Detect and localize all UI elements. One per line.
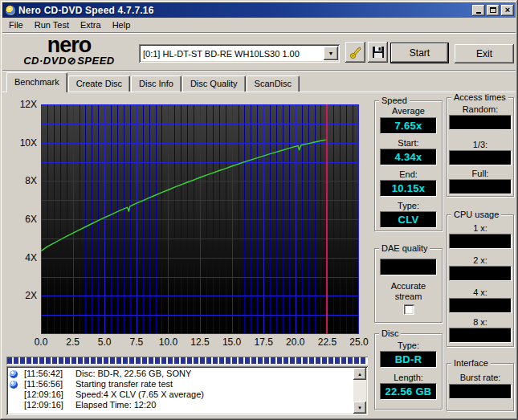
nero-logo: nero CD·DVD⊘SPEED: [9, 35, 129, 66]
log-time: [11:56:56]: [24, 379, 72, 389]
log-text: Disc: BD-R, 22.56 GB, SONY: [75, 369, 366, 379]
title-bar: Nero CD-DVD Speed 4.7.7.16 ×: [2, 2, 516, 18]
access-random-label: Random:: [447, 104, 513, 114]
log-row: [12:09:16] Elapsed Time: 12:20: [10, 400, 366, 410]
speed-end-label: End:: [375, 169, 442, 179]
speed-panel-title: Speed: [379, 96, 410, 105]
log-text: Elapsed Time: 12:20: [75, 400, 366, 410]
close-button[interactable]: ×: [501, 5, 514, 16]
scroll-down-icon: ▼: [357, 406, 362, 410]
x-axis-tick-label: 2.5: [59, 336, 87, 348]
maximize-button[interactable]: [487, 5, 500, 16]
burst-rate-display: [449, 384, 512, 399]
toolbar: nero CD·DVD⊘SPEED [0:1] HL-DT-ST BD-RE W…: [2, 34, 516, 70]
x-axis-tick-label: 22.5: [313, 336, 341, 348]
nero-logo-text: nero: [9, 35, 129, 55]
app-window: Nero CD-DVD Speed 4.7.7.16 × File Run Te…: [0, 0, 518, 420]
minimize-icon: [476, 12, 481, 14]
menu-extra[interactable]: Extra: [75, 18, 107, 31]
x-axis-tick-label: 20.0: [282, 336, 309, 348]
access-full-label: Full:: [447, 169, 513, 178]
drive-select[interactable]: [0:1] HL-DT-ST BD-RE WH10LS30 1.00 ▼: [139, 44, 340, 63]
log-time: [12:09:16]: [24, 389, 72, 400]
tab-disc-quality[interactable]: Disc Quality: [182, 75, 246, 92]
accurate-stream-checkbox[interactable]: [403, 304, 414, 315]
x-axis-tick-label: 7.5: [123, 336, 150, 348]
menu-file[interactable]: File: [3, 18, 29, 31]
dae-quality-panel-title: DAE quality: [379, 243, 430, 253]
log-text: Starting transfer rate test: [75, 379, 366, 389]
dae-quality-display: [380, 259, 437, 275]
tab-benchmark[interactable]: Benchmark: [6, 72, 67, 92]
scroll-up-icon: ▲: [357, 372, 362, 377]
log-time: [12:09:16]: [24, 400, 72, 410]
progress-fill: [7, 357, 367, 364]
tab-scandisc[interactable]: ScanDisc: [247, 75, 300, 92]
y-axis-tick-label: 8X: [13, 175, 37, 186]
y-axis-tick-label: 2X: [13, 290, 37, 301]
log-row: [11:56:56] Starting transfer rate test: [10, 379, 366, 389]
access-third-display: [449, 150, 512, 165]
menu-help[interactable]: Help: [107, 18, 137, 31]
y-axis-tick-label: 6X: [13, 214, 37, 225]
log-scrollbar[interactable]: ▲ ▼: [353, 368, 366, 414]
disc-panel-title: Disc: [379, 328, 401, 338]
options-button[interactable]: [345, 42, 365, 63]
logo-disc-icon: ⊘: [67, 55, 77, 67]
y-axis-tick-label: 10X: [13, 137, 37, 149]
close-icon: ×: [505, 6, 510, 14]
speed-start-display: 4.34x: [380, 149, 437, 165]
x-axis-tick-label: 12.5: [186, 336, 214, 348]
drive-select-value: [0:1] HL-DT-ST BD-RE WH10LS30 1.00: [139, 49, 324, 59]
minimize-button[interactable]: [472, 5, 485, 16]
logo-cddvd: CD·DVD: [23, 55, 67, 67]
disc-length-label: Length:: [375, 373, 442, 382]
cpu-usage-panel: CPU usage 1 x: 2 x: 4 x: 8 x:: [447, 214, 514, 347]
log-text: Speed:4 X CLV (7.65 X average): [75, 389, 366, 400]
speed-average-label: Average: [375, 106, 442, 116]
exit-button[interactable]: Exit: [455, 44, 514, 63]
scroll-down-button[interactable]: ▼: [353, 402, 366, 414]
tab-disc-info[interactable]: Disc Info: [131, 75, 182, 92]
speed-end-display: 10.15x: [380, 180, 437, 197]
x-axis-tick-label: 15.0: [218, 336, 246, 348]
disc-panel: Disc Type: BD-R Length: 22.56 GB: [374, 333, 443, 410]
speed-type-display: CLV: [380, 211, 437, 228]
x-axis-tick-label: 10.0: [154, 336, 182, 348]
save-button[interactable]: [368, 42, 388, 63]
cpu-usage-panel-title: CPU usage: [451, 210, 501, 219]
y-axis-tick-label: 12X: [13, 99, 37, 110]
save-icon: [372, 46, 385, 59]
interface-panel: Interface Burst rate:: [447, 363, 514, 411]
speed-panel: Speed Average 7.65x Start: 4.34x End: 10…: [374, 100, 443, 231]
cpu-8x-display: [449, 328, 512, 343]
menu-run-test[interactable]: Run Test: [29, 18, 75, 31]
transfer-rate-plot: [41, 104, 359, 334]
cpu-8x-label: 8 x:: [447, 317, 513, 327]
cpu-1x-label: 1 x:: [447, 223, 513, 233]
scroll-up-button[interactable]: ▲: [353, 368, 366, 380]
tab-create-disc[interactable]: Create Disc: [68, 75, 130, 92]
maximize-icon: [490, 7, 496, 13]
logo-speed: SPEED: [77, 55, 115, 67]
cd-dvd-speed-logo-text: CD·DVD⊘SPEED: [9, 55, 129, 66]
app-disc-icon: [5, 5, 16, 16]
speed-average-display: 7.65x: [380, 117, 437, 134]
tab-strip: Benchmark Create Disc Disc Info Disc Qua…: [6, 72, 300, 92]
cpu-2x-label: 2 x:: [447, 255, 513, 265]
log-list[interactable]: [11:56:42] Disc: BD-R, 22.56 GB, SONY [1…: [6, 366, 368, 415]
interface-panel-title: Interface: [451, 358, 491, 368]
cpu-2x-display: [449, 266, 512, 281]
burst-rate-label: Burst rate:: [447, 373, 513, 382]
drive-select-dropdown-button[interactable]: ▼: [324, 47, 338, 60]
disc-type-display: BD-R: [380, 351, 437, 368]
x-axis-tick-label: 0.0: [27, 336, 55, 348]
start-button[interactable]: Start: [390, 43, 449, 63]
log-time: [11:56:42]: [24, 369, 72, 379]
accurate-stream-label-1: Accurate: [375, 281, 442, 291]
access-random-display: [449, 115, 512, 130]
window-title: Nero CD-DVD Speed 4.7.7.16: [18, 5, 471, 16]
disc-length-display: 22.56 GB: [380, 383, 437, 400]
x-axis-tick-label: 17.5: [250, 336, 277, 348]
access-times-panel: Access times Random: 1/3: Full:: [447, 97, 514, 197]
